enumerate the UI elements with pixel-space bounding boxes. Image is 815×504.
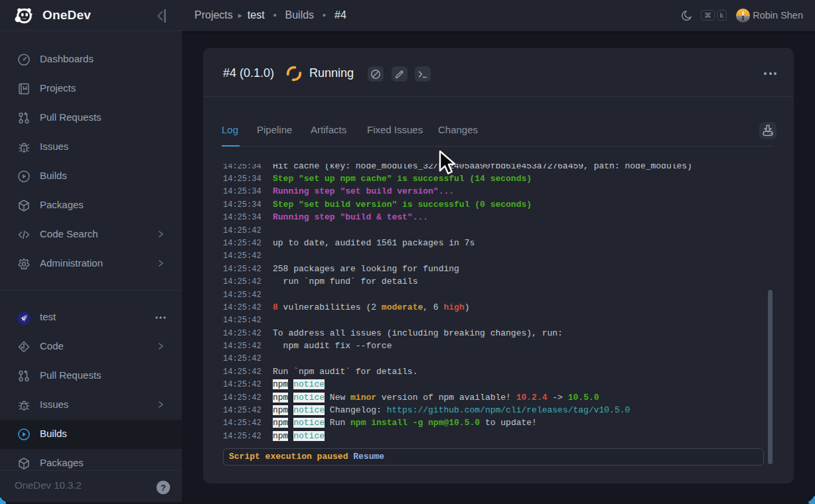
svg-text:?: ?	[161, 483, 166, 493]
